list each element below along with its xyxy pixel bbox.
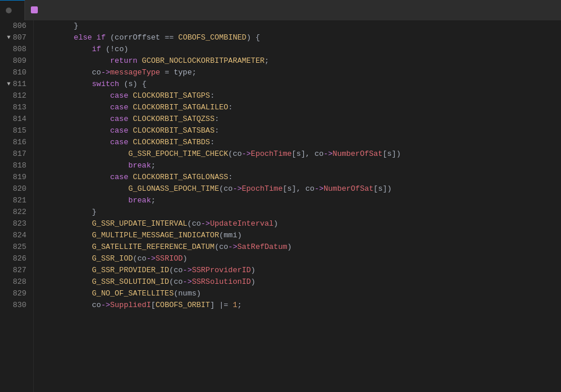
token: corrOffset: [115, 32, 160, 44]
line-number-value: 820: [13, 183, 26, 195]
token: co: [306, 183, 315, 195]
fold-arrow-icon[interactable]: ▼: [5, 79, 10, 90]
token: G_NO_OF_SATELLITES: [92, 288, 173, 300]
line-number-value: 818: [13, 160, 26, 172]
line-number: 830: [5, 300, 26, 311]
code-line: G_SSR_SOLUTION_ID(co->SSRSolutionID): [37, 276, 561, 288]
indent: [37, 79, 92, 90]
token: [137, 55, 142, 67]
token: (: [228, 148, 233, 160]
token: type: [174, 67, 192, 79]
token: :: [215, 113, 219, 125]
token: ;: [237, 300, 242, 311]
token: co: [137, 253, 147, 265]
code-line: G_NO_OF_SATELLITES(nums): [37, 288, 561, 300]
line-number: 815: [5, 125, 26, 137]
code-line: G_MULTIPLE_MESSAGE_INDICATOR(mmi): [37, 230, 561, 241]
token: [92, 32, 97, 44]
token: {: [255, 32, 260, 44]
indent: [37, 218, 92, 230]
code-area: 806▼807 808 809 810▼811 812 813 814 815 …: [0, 20, 561, 392]
token: case: [110, 137, 128, 148]
token: nums: [178, 288, 196, 300]
member-token: SuppliedI: [110, 300, 151, 311]
token: G_SSR_IOD: [92, 253, 133, 265]
code-line: if (!co): [37, 44, 561, 55]
token: :: [210, 137, 215, 148]
line-number: 828: [5, 276, 26, 288]
indent: [37, 55, 110, 67]
token: :: [215, 125, 219, 137]
code-line: case CLOCKORBIT_SATGPS:: [37, 90, 561, 102]
fold-arrow-icon[interactable]: ▼: [5, 32, 10, 44]
file-tab[interactable]: [0, 0, 25, 20]
line-number-value: 819: [13, 172, 26, 183]
token: [128, 113, 133, 125]
token: (: [219, 230, 223, 241]
token: co: [192, 218, 201, 230]
indent: [37, 148, 128, 160]
line-number: 827: [5, 265, 26, 276]
code-line: return GCOBR_NOCLOCKORBITPARAMETER;: [37, 55, 561, 67]
token: (: [169, 265, 174, 276]
line-number-value: 830: [13, 300, 26, 311]
token: G_MULTIPLE_MESSAGE_INDICATOR: [92, 230, 219, 241]
indent: [37, 195, 128, 206]
indent: [37, 32, 73, 44]
code-line: break;: [37, 195, 561, 206]
token: [160, 67, 165, 79]
arrow-token: ->: [147, 253, 156, 265]
code-line: G_SSR_UPDATE_INTERVAL(co->UpdateInterval…: [37, 218, 561, 230]
token: CLOCKORBIT_SATGALILEO: [133, 102, 228, 113]
line-number-value: 815: [13, 125, 26, 137]
token: CLOCKORBIT_SATGLONASS: [133, 172, 228, 183]
token: [: [382, 148, 387, 160]
member-token: NumberOfSat: [324, 183, 374, 195]
line-number: 826: [5, 253, 26, 265]
line-number: 809: [5, 55, 26, 67]
token: :: [210, 90, 215, 102]
code-line: G_SSR_PROVIDER_ID(co->SSRProviderID): [37, 265, 561, 276]
token: [137, 79, 142, 90]
indent: [37, 67, 92, 79]
token: [251, 32, 255, 44]
arrow-token: ->: [101, 67, 111, 79]
line-number: 819: [5, 172, 26, 183]
token: [128, 90, 133, 102]
token: ): [124, 44, 129, 55]
token: CLOCKORBIT_SATBDS: [133, 137, 210, 148]
token: [101, 44, 106, 55]
token: G_SSR_UPDATE_INTERVAL: [92, 218, 187, 230]
line-number: 820: [5, 183, 26, 195]
token: s: [287, 183, 292, 195]
line-number-value: 825: [13, 241, 26, 253]
code-line: co->messageType = type;: [37, 67, 561, 79]
token: [174, 32, 179, 44]
member-token: UpdateInterval: [210, 218, 274, 230]
token: case: [110, 102, 128, 113]
token: :: [228, 102, 233, 113]
token: !: [110, 44, 115, 55]
token: co: [314, 148, 324, 160]
line-number-value: 813: [13, 102, 26, 113]
token: (: [133, 253, 137, 265]
token: if: [97, 32, 106, 44]
indent: [37, 300, 92, 311]
indent: [37, 241, 92, 253]
line-number-value: 807: [13, 32, 26, 44]
line-number: 806: [5, 20, 26, 32]
token: ,: [306, 148, 310, 160]
token: [: [374, 183, 378, 195]
line-number-value: 821: [13, 195, 26, 206]
code-line: case CLOCKORBIT_SATQZSS:: [37, 113, 561, 125]
token: break: [128, 160, 151, 172]
function-breadcrumb: [25, 0, 561, 20]
line-number-value: 808: [13, 44, 26, 55]
indent: [37, 113, 110, 125]
token: case: [110, 125, 128, 137]
token: mmi: [223, 230, 237, 241]
line-number-value: 826: [13, 253, 26, 265]
token: [105, 32, 110, 44]
code-line: }: [37, 206, 561, 218]
token: case: [110, 172, 128, 183]
